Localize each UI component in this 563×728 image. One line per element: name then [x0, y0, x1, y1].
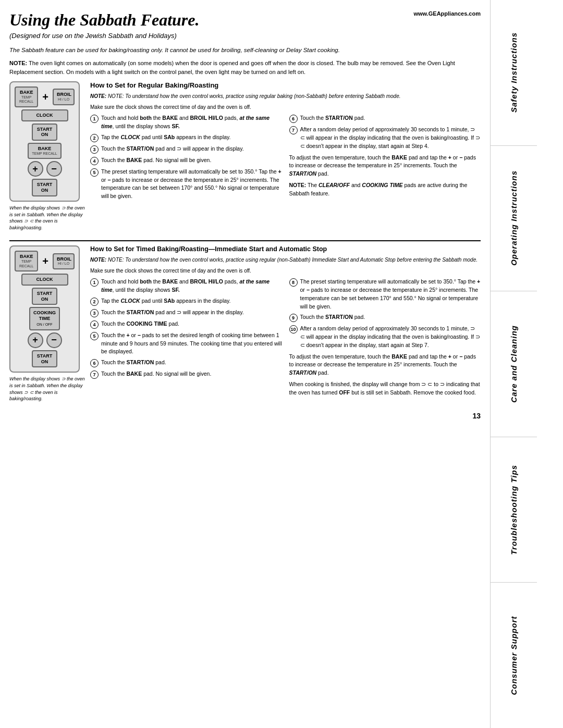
step-2-2: 2 Tap the CLOCK pad until SAb appears in… — [90, 297, 282, 306]
right-sidebar: Safety Instructions Operating Instructio… — [490, 0, 537, 728]
section1-heading: How to Set for Regular Baking/Roasting — [90, 81, 481, 89]
section1-note: NOTE: NOTE: To understand how the oven c… — [90, 92, 481, 100]
bake-button-1[interactable]: BAKE TEMP RECALL — [15, 87, 38, 107]
panel-caption-1: When the display shows ⊃ the oven is set… — [9, 205, 85, 231]
section1-extra2: NOTE: The CLEAR/OFF and COOKING TIME pad… — [289, 181, 481, 198]
panel-row-1: BAKE TEMP RECALL + BROIL HI / LO — [15, 87, 75, 107]
section2-extra1: To adjust the oven temperature, touch th… — [289, 353, 481, 377]
note-label: NOTE: — [9, 60, 27, 66]
section1-note2: Make sure the clock shows the correct ti… — [90, 103, 481, 111]
broil-button-1[interactable]: BROIL HI / LO — [53, 89, 75, 105]
start-button-1[interactable]: STARTON — [32, 124, 57, 141]
step-2-3: 3 Touch the START/ON pad and ⊃ will appe… — [90, 309, 282, 317]
panel-row-2: CLOCK — [15, 109, 75, 121]
step-2-8: 8 The preset starting temperature will a… — [289, 278, 481, 311]
panel2-row-5: + − — [15, 332, 75, 348]
step-2-10: 10 After a random delay period of approx… — [289, 325, 481, 349]
start-button-2[interactable]: STARTON — [32, 179, 57, 196]
step-2-5: 5 Touch the + or − pads to set the desir… — [90, 331, 282, 356]
step-2-1: 1 Touch and hold both the BAKE and BROIL… — [90, 278, 282, 294]
intro-text: The Sabbath feature can be used for baki… — [9, 46, 481, 55]
section2-note2: Make sure the clock shows the correct ti… — [90, 267, 481, 275]
step-1-5: 5 The preset starting temperature will a… — [90, 168, 282, 201]
sidebar-troubleshooting-label: Troubleshooting Tips — [509, 465, 518, 555]
section2-wrapper: BAKE TEMP RECALL + BROIL HI / LO CLOCK — [9, 245, 481, 402]
step-1-4: 4 Touch the BAKE pad. No signal will be … — [90, 156, 282, 165]
page-number: 13 — [9, 412, 481, 420]
panel2-row-6: STARTON — [15, 350, 75, 368]
page-subtitle: (Designed for use on the Jewish Sabbath … — [9, 32, 200, 40]
step-1-2: 2 Tap the CLOCK pad until SAb appears in… — [90, 133, 282, 142]
cooking-time-button[interactable]: COOKINGTIMEON / OFF — [29, 307, 60, 330]
sidebar-operating-label: Operating Instructions — [509, 170, 518, 266]
section1-wrapper: BAKE TEMP RECALL + BROIL HI / LO CLOCK — [9, 81, 481, 231]
section1-steps-right: 6 Touch the START/ON pad. 7 After a rand… — [289, 114, 481, 203]
section1-steps-grid: 1 Touch and hold both the BAKE and BROIL… — [90, 114, 481, 203]
section2-extra2: When cooking is finished, the display wi… — [289, 380, 481, 397]
section1-extra1: To adjust the oven temperature, touch th… — [289, 154, 481, 178]
sidebar-section-care: Care and Cleaning — [491, 291, 537, 437]
section1-instructions: How to Set for Regular Baking/Roasting N… — [90, 81, 481, 231]
panel-row-5: + − — [15, 161, 75, 177]
panel-row-6: STARTON — [15, 179, 75, 196]
bake-button-2[interactable]: BAKE TEMP RECALL — [28, 143, 62, 159]
section1-diagram: BAKE TEMP RECALL + BROIL HI / LO CLOCK — [9, 81, 85, 231]
clock-button-2[interactable]: CLOCK — [21, 274, 68, 286]
page-title: Using the Sabbath Feature. — [9, 10, 200, 30]
step-1-3: 3 Touch the START/ON pad and ⊃ will appe… — [90, 145, 282, 154]
plus-separator-2: + — [41, 255, 50, 267]
step-2-7: 7 Touch the BAKE pad. No signal will be … — [90, 370, 282, 379]
note-text: NOTE: The oven light comes on automatica… — [9, 59, 481, 76]
section2-steps-left: 1 Touch and hold both the BAKE and BROIL… — [90, 278, 282, 397]
step-1-1: 1 Touch and hold both the BAKE and BROIL… — [90, 114, 282, 131]
sidebar-section-operating: Operating Instructions — [491, 146, 537, 292]
section2-diagram: BAKE TEMP RECALL + BROIL HI / LO CLOCK — [9, 245, 85, 402]
section-divider — [9, 240, 481, 241]
step-2-6: 6 Touch the START/ON pad. — [90, 359, 282, 367]
section2-heading: How to Set for Timed Baking/Roasting—Imm… — [90, 245, 481, 253]
start-button-3[interactable]: STARTON — [32, 288, 57, 305]
panel-caption-2: When the display shows ⊃ the oven is set… — [9, 376, 85, 402]
bake-button-3[interactable]: BAKE TEMP RECALL — [15, 251, 38, 272]
sidebar-care-label: Care and Cleaning — [509, 325, 518, 403]
step-2-9: 9 Touch the START/ON pad. — [289, 313, 481, 322]
sidebar-safety-label: Safety Instructions — [509, 32, 518, 113]
clock-button-1[interactable]: CLOCK — [21, 109, 68, 121]
broil-button-2[interactable]: BROIL HI / LO — [53, 253, 75, 269]
sidebar-section-safety: Safety Instructions — [491, 0, 537, 146]
sidebar-section-consumer: Consumer Support — [491, 583, 537, 728]
step-1-6: 6 Touch the START/ON pad. — [289, 114, 481, 123]
section2-note: NOTE: NOTE: To understand how the oven c… — [90, 256, 481, 264]
plus-button-2[interactable]: + — [28, 332, 43, 348]
section2-instructions: How to Set for Timed Baking/Roasting—Imm… — [90, 245, 481, 402]
oven-panel-1: BAKE TEMP RECALL + BROIL HI / LO CLOCK — [9, 81, 80, 202]
minus-button-1[interactable]: − — [46, 161, 62, 177]
oven-panel-2: BAKE TEMP RECALL + BROIL HI / LO CLOCK — [9, 245, 80, 373]
start-button-4[interactable]: STARTON — [32, 350, 57, 368]
panel2-row-4: COOKINGTIMEON / OFF — [15, 307, 75, 330]
panel2-row-1: BAKE TEMP RECALL + BROIL HI / LO — [15, 251, 75, 272]
section2-steps-right: 8 The preset starting temperature will a… — [289, 278, 481, 397]
section2-steps-grid: 1 Touch and hold both the BAKE and BROIL… — [90, 278, 481, 397]
plus-button-1[interactable]: + — [28, 161, 43, 177]
section1-steps-left: 1 Touch and hold both the BAKE and BROIL… — [90, 114, 282, 203]
sidebar-consumer-label: Consumer Support — [509, 616, 518, 695]
panel2-row-2: CLOCK — [15, 274, 75, 286]
step-1-7: 7 After a random delay period of approxi… — [289, 126, 481, 150]
sidebar-section-troubleshooting: Troubleshooting Tips — [491, 437, 537, 583]
plus-separator: + — [41, 91, 50, 103]
header-row: Using the Sabbath Feature. (Designed for… — [9, 10, 481, 42]
website-url: www.GEAppliances.com — [413, 10, 481, 17]
minus-button-2[interactable]: − — [46, 332, 62, 348]
panel-row-4: BAKE TEMP RECALL — [15, 143, 75, 159]
panel-row-3: STARTON — [15, 124, 75, 141]
panel2-row-3: STARTON — [15, 288, 75, 305]
step-2-4: 4 Touch the COOKING TIME pad. — [90, 320, 282, 329]
